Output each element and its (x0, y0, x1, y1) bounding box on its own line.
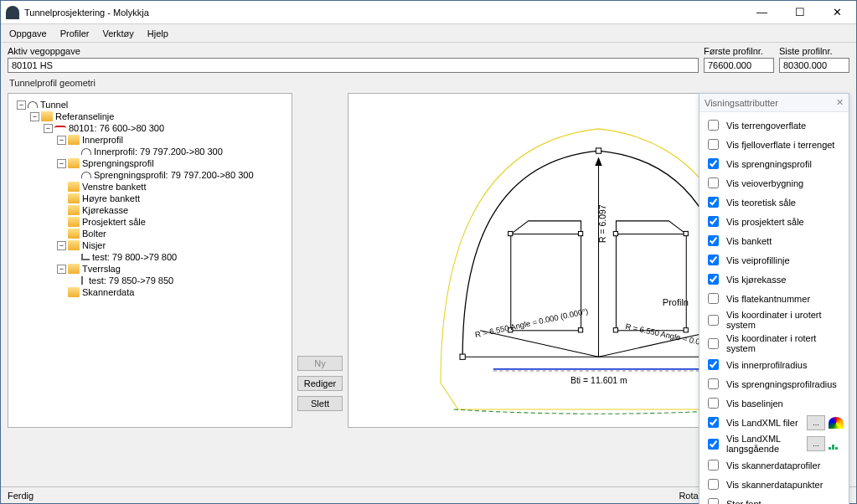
tree-vb[interactable]: Venstre bankett (82, 182, 146, 192)
svg-rect-19 (684, 328, 688, 332)
menubar: Oppgave Profiler Verktøy Hjelp (1, 24, 856, 43)
svg-rect-17 (578, 328, 582, 332)
checkbox[interactable] (708, 398, 719, 409)
checkbox[interactable] (708, 439, 719, 450)
expand-icon[interactable]: − (44, 124, 53, 133)
attr-item-6[interactable]: Vis bankett (705, 231, 844, 250)
tree-bolt[interactable]: Bolter (82, 229, 106, 239)
tree-span[interactable]: 80101: 76 600->80 300 (69, 123, 164, 133)
titlebar: Tunnelprosjektering - Molykkja ― ☐ ✕ (1, 1, 856, 24)
checkbox[interactable] (708, 158, 719, 169)
attr-item-11[interactable]: Vis koordinater i rotert system (705, 332, 844, 355)
attr-item-1[interactable]: Vis fjelloverflate i terrenget (705, 135, 844, 154)
attr-landxml-filer[interactable]: Vis LandXML filer... (705, 413, 844, 432)
attr-label: Vis teoretisk såle (726, 198, 796, 208)
tree-nisjer[interactable]: Nisjer (82, 240, 106, 250)
checkbox[interactable] (708, 235, 719, 246)
siste-input[interactable] (779, 58, 849, 73)
aktiv-label: Aktiv vegoppgave (8, 46, 699, 56)
menu-profiler[interactable]: Profiler (54, 27, 96, 40)
tree-spreng[interactable]: Sprengningsprofil (82, 158, 154, 168)
menu-verktoy[interactable]: Verktøy (96, 27, 141, 40)
attr-label: Vis baselinjen (726, 399, 783, 409)
checkbox[interactable] (708, 177, 719, 188)
tree-panel[interactable]: −Tunnel −Referanselinje −80101: 76 600->… (8, 93, 292, 428)
checkbox[interactable] (708, 274, 719, 285)
checkbox[interactable] (708, 120, 719, 131)
attr-item-5[interactable]: Vis prosjektert såle (705, 212, 844, 231)
checkbox[interactable] (708, 417, 719, 428)
attr-item-7[interactable]: Vis veiprofillinje (705, 250, 844, 270)
attr-skannerpunkt[interactable]: Vis skannerdatapunkter (705, 475, 844, 494)
tree-skanner[interactable]: Skannerdata (82, 287, 134, 297)
ny-button[interactable]: Ny (297, 356, 343, 371)
tree-ps[interactable]: Prosjektert såle (82, 217, 146, 227)
aktiv-input[interactable] (8, 58, 699, 73)
folder-icon (68, 240, 80, 250)
rediger-button[interactable]: Rediger (297, 376, 343, 391)
attr-label: Vis veiprofillinje (726, 255, 790, 265)
minimize-button[interactable]: ― (743, 1, 781, 24)
forste-input[interactable] (704, 58, 774, 73)
attr-item-10[interactable]: Vis koordinater i urotert system (705, 308, 844, 332)
expand-icon[interactable]: − (30, 112, 39, 121)
app-icon (6, 6, 19, 19)
attr-item-9[interactable]: Vis flatekantnummer (705, 289, 844, 308)
checkbox[interactable] (708, 139, 719, 150)
tree-hb[interactable]: Høyre bankett (82, 193, 140, 203)
attributes-panel: Visningsattributter ✕ Vis terrengoverfla… (699, 93, 849, 504)
expand-icon[interactable]: − (57, 265, 66, 274)
attr-item-3[interactable]: Vis veioverbygning (705, 173, 844, 193)
attr-landxml-lang[interactable]: Vis LandXML langsgående... (705, 432, 844, 455)
attr-label: Vis LandXML filer (726, 418, 798, 428)
tree-inner-item[interactable]: Innerprofil: 79 797.200->80 300 (94, 147, 223, 157)
checkbox[interactable] (708, 498, 719, 504)
expand-icon[interactable]: − (57, 241, 66, 250)
expand-icon[interactable]: − (57, 136, 66, 145)
ellipsis-button[interactable]: ... (807, 436, 825, 451)
expand-icon[interactable]: − (17, 100, 26, 110)
close-button[interactable]: ✕ (818, 1, 856, 24)
folder-icon (68, 193, 80, 203)
tree-tunnel[interactable]: Tunnel (40, 100, 68, 110)
attr-storfont[interactable]: Stor font (705, 494, 844, 504)
ellipsis-button[interactable]: ... (807, 415, 825, 430)
checkbox[interactable] (708, 315, 719, 326)
checkbox[interactable] (708, 378, 719, 389)
slett-button[interactable]: Slett (297, 396, 343, 411)
tree-spreng-item[interactable]: Sprengningsprofil: 79 797.200->80 300 (94, 170, 254, 180)
attr-item-8[interactable]: Vis kjørekasse (705, 270, 844, 289)
checkbox[interactable] (708, 255, 719, 265)
checkbox[interactable] (708, 293, 719, 304)
folder-icon (68, 264, 80, 274)
panel-close-icon[interactable]: ✕ (836, 97, 844, 108)
checkbox[interactable] (708, 338, 719, 349)
tree-ref[interactable]: Referanselinje (55, 111, 114, 121)
checkbox[interactable] (708, 197, 719, 208)
tree-tverr[interactable]: Tverrslag (82, 264, 121, 274)
checkbox[interactable] (708, 216, 719, 227)
attr-label: Stor font (726, 499, 761, 505)
expand-icon[interactable]: − (57, 159, 66, 168)
attr-skannerprof[interactable]: Vis skannerdataprofiler (705, 455, 844, 475)
maximize-button[interactable]: ☐ (781, 1, 818, 24)
profile-icon (81, 148, 91, 155)
attr-item-13[interactable]: Vis sprengningsprofilradius (705, 374, 844, 393)
attr-item-2[interactable]: Vis sprengningsprofil (705, 154, 844, 173)
menu-oppgave[interactable]: Oppgave (3, 27, 54, 40)
menu-hjelp[interactable]: Hjelp (141, 27, 175, 40)
tree-inner[interactable]: Innerprofil (82, 135, 123, 145)
checkbox[interactable] (708, 460, 719, 471)
tree-tverr-item[interactable]: test: 79 850->79 850 (89, 275, 173, 285)
attr-item-4[interactable]: Vis teoretisk såle (705, 193, 844, 212)
folder-icon (68, 217, 80, 227)
checkbox[interactable] (708, 479, 719, 490)
attr-item-0[interactable]: Vis terrengoverflate (705, 116, 844, 135)
attr-item-12[interactable]: Vis innerprofilradius (705, 355, 844, 374)
window-title: Tunnelprosjektering - Molykkja (24, 8, 743, 18)
attr-item-14[interactable]: Vis baselinjen (705, 393, 844, 413)
checkbox[interactable] (708, 359, 719, 370)
tree-nisjer-item[interactable]: test: 79 800->79 800 (92, 252, 177, 262)
profil-label: Profiln (663, 297, 689, 307)
tree-kk[interactable]: Kjørekasse (82, 205, 128, 215)
